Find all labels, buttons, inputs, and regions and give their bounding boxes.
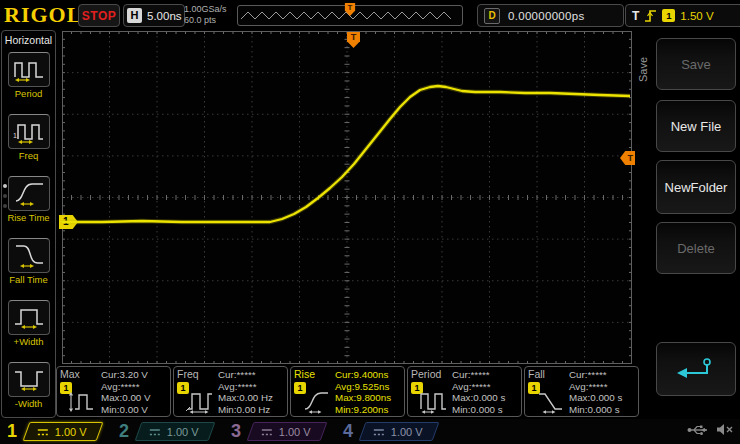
channel-3-block[interactable]: 3 1.00 V — [224, 419, 336, 444]
channel-1-block[interactable]: 1 1.00 V — [0, 419, 112, 444]
memory-depth: 60.0 pts — [184, 15, 227, 26]
sidebar-item-rise-time[interactable]: Rise Time — [2, 176, 55, 237]
svg-text:1: 1 — [13, 132, 17, 139]
measure-max: Max:0.00 V — [101, 392, 170, 404]
rise-time-icon — [8, 176, 50, 211]
measure-cur: Cur:3.20 V — [101, 369, 170, 381]
waveform-display-area: T 1 T — [62, 31, 632, 364]
new-file-button[interactable]: New File — [656, 100, 736, 152]
oscilloscope-screen: RIGOL STOP H 5.00ns 1.00GSa/s 60.0 pts T… — [0, 0, 740, 444]
dc-coupling-icon — [373, 427, 385, 436]
measurement-period[interactable]: Period 1 Cur:***** Avg:***** Max:0.000 s… — [407, 366, 522, 417]
measurement-label: Max — [60, 368, 80, 380]
channel-2-block[interactable]: 2 1.00 V — [112, 419, 224, 444]
fall-measure-icon — [535, 389, 565, 419]
delay-value: 0.00000000ps — [508, 10, 585, 22]
measurement-label: Rise — [294, 368, 315, 380]
measurement-max[interactable]: Max 1 Cur:3.20 V Avg:***** Max:0.00 V Mi… — [56, 366, 171, 417]
channel1-waveform-trace — [62, 31, 632, 364]
channel-status-bar: 1 1.00 V 2 1.00 V 3 — [0, 419, 740, 444]
trigger-source-badge: 1 — [662, 9, 675, 22]
save-menu: Save New File NewFolder Delete — [652, 32, 740, 418]
rise-measure-icon — [301, 389, 331, 419]
sidebar-item-pos-width[interactable]: +Width — [2, 300, 55, 361]
measure-cur: Cur:***** — [218, 369, 287, 381]
sidebar-item-label: Rise Time — [2, 212, 55, 223]
measure-cur: Cur:***** — [452, 369, 521, 381]
menu-tab-save: Save — [637, 38, 649, 100]
measure-avg: Avg:9.525ns — [335, 381, 404, 393]
sidebar-item-period[interactable]: Period — [2, 52, 55, 113]
run-state-label: STOP — [82, 9, 116, 23]
measure-max: Max:9.800ns — [335, 392, 404, 404]
dc-coupling-icon — [149, 427, 161, 436]
save-button[interactable]: Save — [656, 38, 736, 90]
return-button[interactable] — [656, 342, 736, 396]
sidebar-item-neg-width[interactable]: -Width — [2, 362, 55, 423]
usb-icon — [686, 424, 708, 436]
measure-max: Max:0.000 s — [569, 392, 638, 404]
measurement-label: Period — [411, 368, 441, 380]
rigol-logo: RIGOL — [4, 2, 82, 28]
measure-cur: Cur:9.400ns — [335, 369, 404, 381]
sidebar-item-fall-time[interactable]: Fall Time — [2, 238, 55, 299]
delay-icon: D — [484, 8, 500, 24]
return-arrow-icon — [674, 356, 718, 382]
measure-min: Min:0.000 s — [452, 404, 521, 416]
delete-button[interactable]: Delete — [656, 222, 736, 274]
sample-rate: 1.00GSa/s — [184, 4, 227, 15]
fall-time-icon — [8, 238, 50, 273]
plus-width-icon — [8, 300, 50, 335]
horizontal-measure-menu: Horizontal Period 1 Freq — [1, 30, 56, 418]
measure-avg: Avg:***** — [569, 381, 638, 393]
channel-1-scale: 1.00 V — [55, 426, 87, 438]
measurement-label: Freq — [177, 368, 199, 380]
channel-2-number: 2 — [116, 421, 132, 442]
trigger-level-value: 1.50 V — [680, 10, 713, 22]
channel-4-block[interactable]: 4 1.00 V — [336, 419, 448, 444]
channel-4-number: 4 — [340, 421, 356, 442]
minus-width-icon — [8, 362, 50, 397]
new-folder-button[interactable]: NewFolder — [656, 160, 736, 214]
measurement-label: Fall — [528, 368, 545, 380]
measure-min: Min:9.200ns — [335, 404, 404, 416]
trigger-chip: T 1 1.50 V — [625, 4, 740, 27]
measurement-bar: Max 1 Cur:3.20 V Avg:***** Max:0.00 V Mi… — [56, 366, 639, 417]
measure-max: Max:0.00 Hz — [218, 392, 287, 404]
measurement-fall[interactable]: Fall 1 Cur:***** Avg:***** Max:0.000 s M… — [524, 366, 639, 417]
speaker-muted-icon — [716, 423, 734, 436]
measure-avg: Avg:***** — [218, 381, 287, 393]
measure-avg: Avg:***** — [452, 381, 521, 393]
run-state-indicator: STOP — [78, 4, 120, 27]
max-measure-icon — [67, 389, 97, 419]
menu-page-indicator — [3, 184, 7, 208]
measure-max: Max:0.000 s — [452, 392, 521, 404]
measure-min: Min:0.000 s — [569, 404, 638, 416]
measurement-freq[interactable]: Freq 1 Cur:***** Avg:***** Max:0.00 Hz M… — [173, 366, 288, 417]
channel-3-scale: 1.00 V — [279, 426, 311, 438]
dc-coupling-icon — [261, 427, 273, 436]
system-status-icons — [686, 423, 734, 436]
period-measure-icon — [418, 389, 448, 419]
sidebar-item-label: Fall Time — [2, 274, 55, 285]
dc-coupling-icon — [37, 427, 49, 436]
channel-1-number: 1 — [4, 421, 20, 442]
top-status-bar: RIGOL STOP H 5.00ns 1.00GSa/s 60.0 pts T… — [0, 0, 740, 30]
sidebar-item-label: Freq — [2, 150, 55, 161]
measure-min: Min:0.00 Hz — [218, 404, 287, 416]
period-icon — [8, 52, 50, 87]
sidebar-item-label: +Width — [2, 336, 55, 347]
measurement-rise[interactable]: Rise 1 Cur:9.400ns Avg:9.525ns Max:9.800… — [290, 366, 405, 417]
timebase-value: 5.00ns — [147, 10, 182, 22]
sidebar-title: Horizontal — [2, 31, 55, 51]
horizontal-timebase-chip: H 5.00ns — [123, 4, 185, 27]
delay-chip: D 0.00000000ps — [477, 4, 624, 27]
sidebar-item-freq[interactable]: 1 Freq — [2, 114, 55, 175]
waveform-position-bar[interactable]: T — [237, 5, 463, 26]
acquisition-info: 1.00GSa/s 60.0 pts — [184, 4, 227, 26]
channel-2-scale: 1.00 V — [167, 426, 199, 438]
measure-min: Min:0.00 V — [101, 404, 170, 416]
sidebar-item-label: -Width — [2, 398, 55, 409]
measure-avg: Avg:***** — [101, 381, 170, 393]
channel-3-number: 3 — [228, 421, 244, 442]
